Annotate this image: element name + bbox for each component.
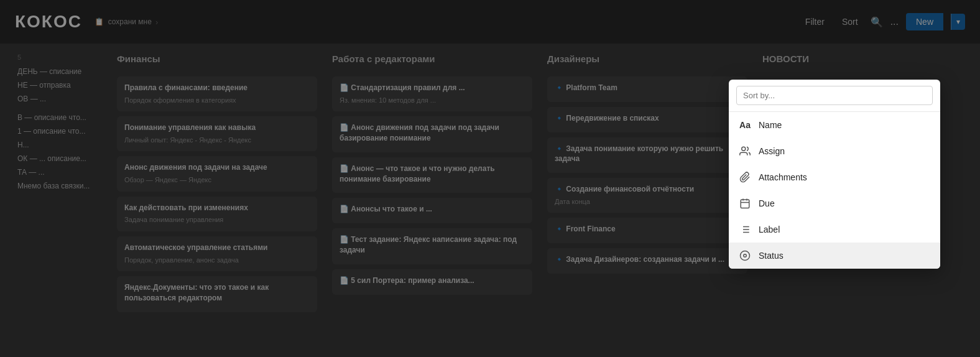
filter-button[interactable]: Filter xyxy=(800,14,830,29)
search-icon[interactable]: 🔍 xyxy=(871,16,883,28)
list-item: 🔹 Задача Дизайнеров: созданная задачи и … xyxy=(547,248,747,274)
sort-option-assign[interactable]: Assign xyxy=(729,138,940,164)
app-logo: КОКОС xyxy=(15,12,82,32)
svg-point-11 xyxy=(741,251,750,261)
assign-icon xyxy=(739,145,751,157)
new-chevron-button[interactable]: ▾ xyxy=(951,14,965,30)
column-header-finances: Финансы xyxy=(117,53,317,68)
label-icon xyxy=(739,223,751,236)
list-item: 🔹 Передвижение в списках xyxy=(547,107,747,132)
list-item: 🔹 Platform Team xyxy=(547,76,747,102)
svg-point-12 xyxy=(744,254,747,257)
sidebar-num: 5 xyxy=(17,53,102,61)
column-header-editors: Работа с редакторами xyxy=(332,53,532,68)
left-sidebar: 5 ДЕНЬ — списание НЕ — отправка ОВ — ...… xyxy=(10,53,109,347)
svg-point-0 xyxy=(742,147,746,151)
sidebar-item-5: 1 — описание что... xyxy=(17,124,102,138)
sidebar-item-2: НЕ — отправка xyxy=(17,78,102,92)
list-item: 📄 Анонсы что такое и ... xyxy=(332,198,532,223)
list-item: 📄 Анонс движения под задачи под задачи б… xyxy=(332,116,532,152)
sort-button[interactable]: Sort xyxy=(837,14,863,29)
sort-option-name-label: Name xyxy=(759,120,782,130)
list-item: 📄 Тест задание: Яндекс написание задача:… xyxy=(332,228,532,264)
list-item: Понимание управления как навыка Личный о… xyxy=(117,116,317,151)
sort-option-label[interactable]: Label xyxy=(729,216,940,243)
list-item: Правила с финансами: введение Порядок оф… xyxy=(117,76,317,111)
list-item: Яндекс.Документы: что это такое и как по… xyxy=(117,276,317,312)
list-item: 📄 Стандартизация правил для ... Яз. мнен… xyxy=(332,76,532,111)
sort-option-label-label: Label xyxy=(759,225,780,234)
list-item: Анонс движения под задачи на задаче Обзо… xyxy=(117,156,317,191)
list-item: 🔹 Front Finance xyxy=(547,218,747,243)
column-header-designers: Дизайнеры xyxy=(547,53,747,68)
breadcrumb-label: 📋 сохрани мне xyxy=(95,17,152,26)
column-editors: Работа с редакторами 📄 Стандартизация пр… xyxy=(325,53,540,347)
sort-search-container xyxy=(729,80,940,112)
new-button[interactable]: New xyxy=(906,13,943,30)
sort-dropdown: Aa Name Assign Attachments xyxy=(729,80,940,269)
sort-option-attachments-label: Attachments xyxy=(759,172,807,182)
sort-option-status[interactable]: Status xyxy=(729,243,940,269)
due-icon xyxy=(739,197,751,210)
list-item: Автоматическое управление статьями Поряд… xyxy=(117,236,317,271)
sort-option-due-label: Due xyxy=(759,198,775,208)
sidebar-item-1: ДЕНЬ — списание xyxy=(17,65,102,78)
attachments-icon xyxy=(739,171,751,183)
name-icon: Aa xyxy=(739,119,751,131)
header: КОКОС 📋 сохрани мне › Filter Sort 🔍 ... … xyxy=(0,0,980,44)
sort-option-assign-label: Assign xyxy=(759,146,785,156)
svg-rect-1 xyxy=(741,200,749,208)
sidebar-item-6: Н... xyxy=(17,138,102,152)
header-actions: Filter Sort 🔍 ... New ▾ xyxy=(800,13,965,30)
sidebar-item-8: ТА — ... xyxy=(17,165,102,179)
sidebar-item-4: В — описание что... xyxy=(17,111,102,124)
sort-option-attachments[interactable]: Attachments xyxy=(729,164,940,190)
sidebar-item-3: ОВ — ... xyxy=(17,92,102,106)
sidebar-item-7: ОК — ... описание... xyxy=(17,152,102,165)
list-item: Как действовать при изменениях Задача по… xyxy=(117,197,317,231)
breadcrumb-chevron: › xyxy=(155,17,158,27)
column-header-news: НОВОСТИ xyxy=(762,53,963,68)
list-item: 📄 Анонс — что такое и что нужно делать п… xyxy=(332,157,532,193)
list-item: 🔹 Задача понимание которую нужно решить … xyxy=(547,137,747,174)
list-item: 🔹 Создание финансовой отчётности Дата ко… xyxy=(547,178,747,213)
sort-option-name[interactable]: Aa Name xyxy=(729,112,940,138)
sort-option-due[interactable]: Due xyxy=(729,190,940,216)
sort-option-status-label: Status xyxy=(759,251,784,261)
list-item: 📄 5 сил Портера: пример анализа... xyxy=(332,269,532,295)
column-designers: Дизайнеры 🔹 Platform Team 🔹 Передвижение… xyxy=(540,53,755,347)
sidebar-item-9: Мнемо база связки... xyxy=(17,179,102,193)
sort-search-input[interactable] xyxy=(736,86,933,105)
more-options-button[interactable]: ... xyxy=(890,16,899,27)
status-icon xyxy=(739,249,751,262)
breadcrumb-area: 📋 сохрани мне › xyxy=(95,17,158,27)
column-finances: Финансы Правила с финансами: введение По… xyxy=(109,53,325,347)
